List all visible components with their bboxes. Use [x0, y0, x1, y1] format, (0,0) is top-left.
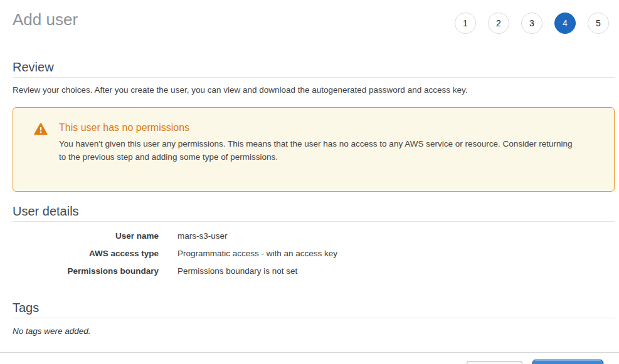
detail-row-permissions-boundary: Permissions boundary Permissions boundar… [13, 263, 615, 280]
permissions-boundary-label: Permissions boundary [13, 266, 159, 276]
warning-body-line1: You haven't given this user any permissi… [59, 137, 592, 150]
warning-title: This user has no permissions [59, 122, 592, 134]
step-4-active[interactable]: 4 [554, 13, 576, 34]
user-details-heading: User details [13, 204, 615, 218]
access-type-label: AWS access type [13, 249, 159, 258]
review-section: Review Review your choices. After you cr… [0, 60, 619, 95]
user-details-divider [13, 221, 615, 222]
step-indicator: 1 2 3 4 5 [455, 10, 609, 34]
detail-row-access-type: AWS access type Programmatic access - wi… [13, 245, 615, 263]
access-type-value: Programmatic access - with an access key [177, 249, 337, 258]
user-name-label: User name [13, 231, 159, 241]
tags-divider [13, 318, 615, 318]
add-user-wizard-page: Add user 1 2 3 4 5 Review Review your ch… [0, 0, 619, 364]
tags-heading: Tags [13, 301, 615, 315]
user-name-value: mars-s3-user [177, 231, 228, 241]
step-2[interactable]: 2 [488, 13, 509, 34]
create-user-button[interactable]: Create user [532, 360, 603, 364]
detail-row-user-name: User name mars-s3-user [13, 227, 615, 245]
tags-section: Tags No tags were added. [0, 301, 619, 336]
wizard-header: Add user 1 2 3 4 5 [0, 0, 619, 34]
wizard-footer: Cancel Previous Create user [0, 352, 619, 364]
tags-empty-text: No tags were added. [13, 326, 615, 336]
user-details-rows: User name mars-s3-user AWS access type P… [13, 227, 615, 280]
review-description: Review your choices. After you create th… [13, 85, 615, 95]
no-permissions-warning: This user has no permissions You haven't… [13, 107, 615, 192]
step-1[interactable]: 1 [455, 13, 476, 34]
step-5[interactable]: 5 [588, 13, 609, 34]
review-divider [13, 77, 615, 78]
warning-body-line2: to the previous step and adding some typ… [59, 150, 592, 164]
review-heading: Review [13, 60, 615, 74]
page-title: Add user [13, 10, 78, 29]
previous-button[interactable]: Previous [467, 361, 522, 364]
user-details-section: User details User name mars-s3-user AWS … [0, 204, 619, 280]
warning-triangle-icon [34, 123, 48, 135]
permissions-boundary-value: Permissions boundary is not set [177, 266, 297, 276]
step-3[interactable]: 3 [521, 13, 542, 34]
